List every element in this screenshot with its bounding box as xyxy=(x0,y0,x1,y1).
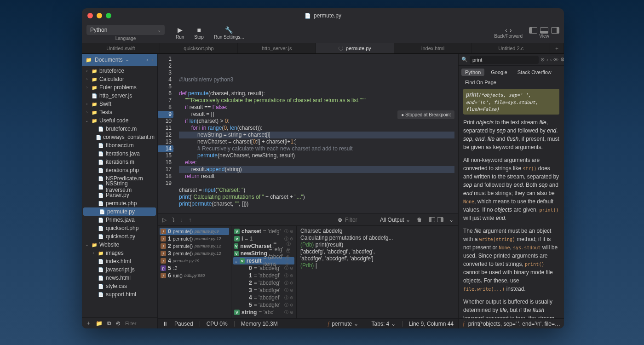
code-editor[interactable]: 12345678910111213141516171819 ● Stopped … xyxy=(158,54,458,213)
close-button[interactable] xyxy=(87,13,93,18)
var-1[interactable]: 1 = 'abcdegf'ⓘ ⊖ xyxy=(233,272,294,279)
var-5[interactable]: 5 = 'abcdgfe'ⓘ ⊖ xyxy=(233,301,294,309)
file-tree[interactable]: ›bruteforce›Calculator›Euler problemshtt… xyxy=(82,66,157,317)
stop-button[interactable]: ■ Stop xyxy=(194,26,204,40)
debug-console[interactable]: Charset: abcdefgCalculating permutations… xyxy=(297,226,458,318)
doc-content[interactable]: print(*objects, sep=' ', end='\n', file=… xyxy=(459,89,564,318)
file-index.html[interactable]: index.html xyxy=(82,257,157,265)
var-result[interactable]: ⌄ Vresult = 6 itemsⓘ ⊖ xyxy=(233,257,294,264)
toggle-right-panel[interactable] xyxy=(551,27,559,34)
stack-frame-1[interactable]: ƒ1 permute() permute.py:12 xyxy=(160,235,229,242)
file-NSString traverse.m[interactable]: NSString traverse.m xyxy=(82,183,157,191)
tab-quicksort.php[interactable]: quicksort.php xyxy=(160,43,238,53)
minimize-button[interactable] xyxy=(97,13,102,18)
search-prev-button[interactable]: ‹ xyxy=(546,57,548,63)
file-fibonacci.m[interactable]: fibonacci.m xyxy=(82,141,157,150)
file-iterations.php[interactable]: iterations.php xyxy=(82,166,157,174)
folder-Euler problems[interactable]: ›Euler problems xyxy=(82,83,157,92)
folder-Calculator[interactable]: ›Calculator xyxy=(82,75,157,83)
stack-frame-2[interactable]: ƒ2 permute() permute.py:12 xyxy=(160,242,229,250)
forward-button[interactable]: › xyxy=(510,27,512,34)
call-stack[interactable]: ƒ0 permute() permute.py:9ƒ1 permute() pe… xyxy=(158,226,231,318)
file-style.css[interactable]: style.css xyxy=(82,282,157,290)
file-http_server.js[interactable]: http_server.js xyxy=(82,92,157,100)
toggle-left-panel[interactable] xyxy=(529,27,537,34)
gear-icon[interactable]: ⚙ xyxy=(560,57,564,63)
eye-icon[interactable]: 👁 xyxy=(553,57,558,63)
nav-fwd-icon[interactable]: › xyxy=(152,57,154,63)
doc-tab-Python[interactable]: Python xyxy=(461,69,484,76)
zoom-button[interactable] xyxy=(106,13,111,18)
doc-search-input[interactable] xyxy=(470,56,539,64)
new-folder-button[interactable]: 📁 xyxy=(96,320,103,327)
file-Primes.java[interactable]: Primes.java xyxy=(82,216,157,224)
folder-Useful code[interactable]: ⌄Useful code xyxy=(82,116,157,125)
tab-index.html[interactable]: index.html xyxy=(394,43,472,53)
stack-frame-5[interactable]: {}5 :1 xyxy=(160,264,229,272)
output-mode-select[interactable]: All Output ⌄ xyxy=(380,217,410,223)
stack-frame-0[interactable]: ƒ0 permute() permute.py:9 xyxy=(160,228,229,235)
folder-Tests[interactable]: ›Tests xyxy=(82,108,157,116)
file-news.html[interactable]: news.html xyxy=(82,274,157,282)
continue-button[interactable]: ▷ xyxy=(162,217,167,223)
tab-Untitled.swift[interactable]: Untitled.swift xyxy=(82,43,160,53)
file-quicksort.php[interactable]: quicksort.php xyxy=(82,224,157,232)
collapse-button[interactable]: ⌄ xyxy=(449,217,454,223)
language-select[interactable]: Python xyxy=(86,25,165,35)
variables-panel[interactable]: Vcharset = 'defg'ⓘ ⊖Vi = 1ⓘ ⊖VnewCharset… xyxy=(231,226,297,318)
debug-filter-input[interactable] xyxy=(345,217,373,223)
doc-tab-Google[interactable]: Google xyxy=(487,69,511,76)
file-permute.py[interactable]: permute.py xyxy=(83,207,156,216)
sidebar-header[interactable]: Documents ⌄ ‹ › xyxy=(82,54,157,66)
toggle-bottom-panel[interactable] xyxy=(540,27,548,34)
var-3[interactable]: 3 = 'abcdfge'ⓘ ⊖ xyxy=(233,287,294,294)
gutter[interactable]: 12345678910111213141516171819 xyxy=(158,54,175,213)
add-file-button[interactable]: ＋ xyxy=(86,319,91,327)
step-into-button[interactable]: ↓ xyxy=(180,217,183,223)
nav-back-icon[interactable]: ‹ xyxy=(146,57,148,63)
terminal-button[interactable]: ⧉ xyxy=(107,320,111,327)
run-button[interactable]: ▶ Run xyxy=(176,26,184,40)
tab-http_server.js[interactable]: http_server.js xyxy=(238,43,316,53)
code-area[interactable]: ● Stopped at Breakpoint #!/usr/bin/env p… xyxy=(175,54,458,213)
tab-permute.py[interactable]: permute.py xyxy=(316,43,394,53)
stack-frame-3[interactable]: ƒ3 permute() permute.py:12 xyxy=(160,250,229,257)
stack-frame-4[interactable]: ƒ4 permute.py:19 xyxy=(160,257,229,264)
doc-tab-Stack Overflow[interactable]: Stack Overflow xyxy=(514,69,555,76)
step-out-button[interactable]: ↑ xyxy=(189,217,191,223)
new-tab-button[interactable]: ＋ xyxy=(550,43,564,53)
var-charset[interactable]: Vcharset = 'defg'ⓘ ⊖ xyxy=(233,228,294,235)
folder-bruteforce[interactable]: ›bruteforce xyxy=(82,67,157,75)
file-javascript.js[interactable]: javascript.js xyxy=(82,265,157,274)
stack-frame-6[interactable]: ƒ6 run() bdb.py:580 xyxy=(160,272,229,279)
file-permute.php[interactable]: permute.php xyxy=(82,199,157,207)
file-bruteforce.m[interactable]: bruteforce.m xyxy=(82,125,157,133)
folder-Website[interactable]: ⌄Website xyxy=(82,241,157,249)
var-4[interactable]: 4 = 'abcdgef'ⓘ ⊖ xyxy=(233,294,294,301)
pane-toggle-1[interactable] xyxy=(429,217,435,222)
search-next-button[interactable]: › xyxy=(550,57,552,63)
file-conways_constant.m[interactable]: conways_constant.m xyxy=(82,133,157,141)
run-settings-button[interactable]: 🔧 Run Settings... xyxy=(214,26,244,40)
function-indicator[interactable]: ƒ permute ⌄ xyxy=(327,321,358,327)
pane-toggle-2[interactable] xyxy=(437,217,443,222)
var-newCharset[interactable]: VnewCharset = 'efg'ⓘ ⊖ xyxy=(233,242,294,250)
var-i[interactable]: Vi = 1ⓘ ⊖ xyxy=(233,235,294,242)
clear-console-button[interactable]: 🗑 xyxy=(417,217,422,223)
clear-search-button[interactable]: ⊗ xyxy=(540,57,545,63)
tab-Untitled 2.c[interactable]: Untitled 2.c xyxy=(472,43,550,53)
pause-icon[interactable]: ⏸ xyxy=(162,321,168,327)
back-button[interactable]: ‹ xyxy=(505,27,507,34)
file-iterations.java[interactable]: iterations.java xyxy=(82,150,157,158)
tabs-indicator[interactable]: Tabs: 4 ⌄ xyxy=(372,321,396,327)
file-quicksort.py[interactable]: quicksort.py xyxy=(82,232,157,241)
var-2[interactable]: 2 = 'abcdfeg'ⓘ ⊖ xyxy=(233,279,294,287)
doc-tab-Find On Page[interactable]: Find On Page xyxy=(461,79,500,86)
file-support.html[interactable]: support.html xyxy=(82,290,157,299)
folder-images[interactable]: ›images xyxy=(82,249,157,257)
var-0[interactable]: 0 = 'abcdefg'ⓘ ⊖ xyxy=(233,264,294,272)
step-over-button[interactable]: ⤵ xyxy=(172,217,175,223)
file-iterations.m[interactable]: iterations.m xyxy=(82,158,157,166)
var-string[interactable]: Vstring = 'abc'ⓘ ⊖ xyxy=(233,309,294,316)
folder-Swift[interactable]: ›Swift xyxy=(82,100,157,108)
